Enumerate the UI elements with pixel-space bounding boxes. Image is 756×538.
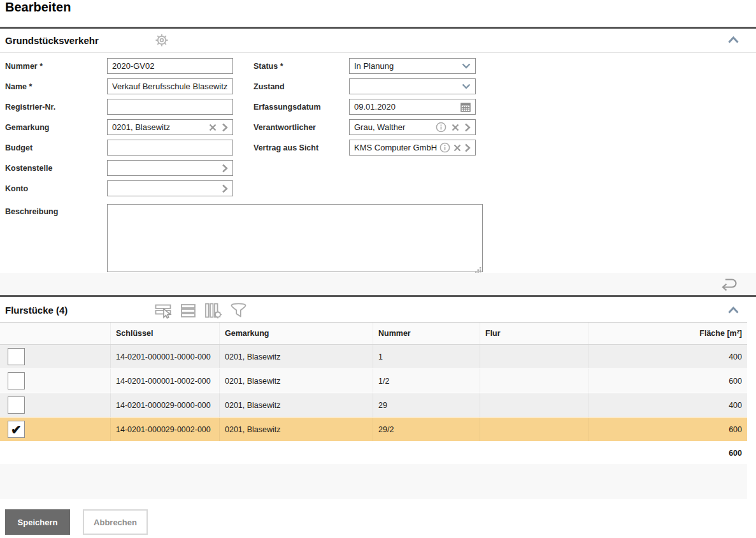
erfassungsdatum-value: 09.01.2020 [354, 102, 458, 112]
cell-nummer: 29/2 [373, 418, 480, 441]
row-checkbox[interactable] [8, 372, 25, 389]
gemarkung-value: 0201, Blasewitz [112, 122, 206, 132]
field-label-nummer: Nummer * [5, 62, 43, 71]
cell-flur [480, 369, 588, 393]
calendar-icon[interactable] [460, 102, 471, 112]
table-summary-row: 600 [0, 442, 747, 464]
cell-checkbox [0, 345, 110, 368]
cell-schluessel: 14-0201-000001-0002-000 [110, 369, 219, 393]
select-rows-icon[interactable] [155, 302, 173, 319]
section-title: Grundstücksverkehr [5, 35, 99, 46]
undo-icon[interactable] [718, 276, 739, 294]
cell-checkbox: ✔ [0, 418, 110, 441]
section-header-grundstuecksverkehr: Grundstücksverkehr [0, 29, 756, 53]
beschreibung-textarea[interactable] [107, 204, 483, 272]
filter-icon[interactable] [230, 302, 247, 319]
clear-x-icon[interactable] [209, 124, 217, 131]
status-value: In Planung [354, 61, 459, 71]
nummer-input[interactable] [107, 58, 233, 74]
table-header-row: Schlüssel Gemarkung Nummer Flur Fläche [… [0, 322, 747, 345]
cell-gemarkung: 0201, Blasewitz [219, 418, 373, 441]
open-lookup-chevron-right-icon[interactable] [464, 143, 471, 152]
dropdown-chevron-down-icon[interactable] [462, 84, 471, 89]
dropdown-chevron-down-icon[interactable] [462, 63, 471, 69]
kostenstelle-lookup-field[interactable] [107, 160, 233, 176]
cell-flaeche: 600 [588, 369, 747, 393]
field-label-beschreibung: Beschreibung [5, 207, 58, 216]
cell-checkbox [0, 393, 110, 417]
vertrag-value: KMS Computer GmbH [354, 143, 437, 152]
cell-schluessel: 14-0201-000001-0000-000 [110, 345, 219, 368]
field-label-erfassungsdatum: Erfassungsdatum [253, 103, 321, 112]
collapse-chevron-up-icon[interactable] [727, 35, 739, 47]
field-label-name: Name * [5, 82, 32, 91]
table-row[interactable]: 14-0201-000001-0002-000 0201, Blasewitz … [0, 369, 747, 393]
field-label-budget: Budget [5, 143, 32, 152]
cell-flaeche: 600 [588, 418, 747, 441]
cell-gemarkung: 0201, Blasewitz [219, 393, 373, 417]
info-icon[interactable] [439, 142, 450, 153]
table-row-selected[interactable]: ✔ 14-0201-000029-0002-000 0201, Blasewit… [0, 418, 747, 442]
table-footer-strip [0, 464, 747, 499]
zustand-select[interactable] [349, 78, 476, 94]
cell-flur [480, 345, 588, 368]
gemarkung-lookup-field[interactable]: 0201, Blasewitz [107, 119, 233, 135]
field-label-gemarkung: Gemarkung [5, 123, 49, 132]
konto-lookup-field[interactable] [107, 180, 233, 196]
header-cell-nummer[interactable]: Nummer [373, 323, 480, 344]
flurstuecke-table: Schlüssel Gemarkung Nummer Flur Fläche [… [0, 322, 747, 464]
table-row[interactable]: 14-0201-000029-0000-000 0201, Blasewitz … [0, 393, 747, 418]
settings-gear-icon[interactable] [155, 33, 169, 47]
clear-x-icon[interactable] [453, 144, 461, 152]
header-cell-flur[interactable]: Flur [480, 323, 588, 344]
rows-icon[interactable] [180, 302, 197, 319]
vertrag-lookup-field[interactable]: KMS Computer GmbH [349, 140, 476, 156]
header-cell-flaeche[interactable]: Fläche [m²] [588, 323, 747, 344]
cell-checkbox [0, 369, 110, 393]
section-footer-strip [0, 273, 756, 295]
cell-gemarkung: 0201, Blasewitz [219, 345, 373, 368]
cell-schluessel: 14-0201-000029-0000-000 [110, 393, 219, 417]
row-checkbox-checked[interactable]: ✔ [8, 421, 25, 438]
cell-flur [480, 393, 588, 417]
table-row[interactable]: 14-0201-000001-0000-000 0201, Blasewitz … [0, 345, 747, 369]
cell-flur [480, 418, 588, 441]
save-button[interactable]: Speichern [5, 509, 70, 535]
open-lookup-chevron-right-icon[interactable] [222, 184, 228, 193]
page: Bearbeiten Grundstücksverkehr Nummer * N… [0, 0, 756, 538]
verantwortlicher-lookup-field[interactable]: Grau, Walther [349, 119, 476, 135]
cell-nummer: 1 [373, 345, 480, 368]
open-lookup-chevron-right-icon[interactable] [464, 123, 471, 132]
field-label-kostenstelle: Kostenstelle [5, 164, 52, 173]
field-label-registrier: Registrier-Nr. [5, 103, 55, 112]
table-toolbar [155, 302, 247, 319]
cell-flaeche: 400 [588, 345, 747, 368]
field-label-vertrag: Vertrag aus Sicht [253, 143, 318, 152]
section-title: Flurstücke (4) [5, 305, 68, 316]
header-cell-schluessel[interactable]: Schlüssel [110, 323, 219, 344]
open-lookup-chevron-right-icon[interactable] [222, 123, 228, 132]
cell-flaeche: 400 [588, 393, 747, 417]
name-input[interactable] [107, 78, 233, 94]
column-settings-icon[interactable] [204, 302, 222, 319]
header-cell-gemarkung[interactable]: Gemarkung [219, 323, 373, 344]
summary-flaeche: 600 [588, 442, 747, 464]
collapse-chevron-up-icon[interactable] [727, 305, 739, 317]
open-lookup-chevron-right-icon[interactable] [222, 164, 228, 173]
cancel-button[interactable]: Abbrechen [83, 509, 148, 535]
registrier-nr-input[interactable] [107, 99, 233, 115]
clear-x-icon[interactable] [452, 124, 459, 131]
field-label-status: Status * [253, 62, 283, 71]
cell-nummer: 29 [373, 393, 480, 417]
cell-schluessel: 14-0201-000029-0002-000 [110, 418, 219, 441]
field-label-zustand: Zustand [253, 82, 285, 91]
header-cell-checkbox [0, 323, 110, 344]
info-icon[interactable] [436, 122, 446, 133]
cell-gemarkung: 0201, Blasewitz [219, 369, 373, 393]
page-title: Bearbeiten [5, 0, 71, 15]
row-checkbox[interactable] [8, 396, 25, 414]
row-checkbox[interactable] [8, 348, 25, 365]
erfassungsdatum-date-field[interactable]: 09.01.2020 [349, 99, 476, 115]
budget-input[interactable] [107, 140, 233, 156]
status-select[interactable]: In Planung [349, 58, 476, 74]
